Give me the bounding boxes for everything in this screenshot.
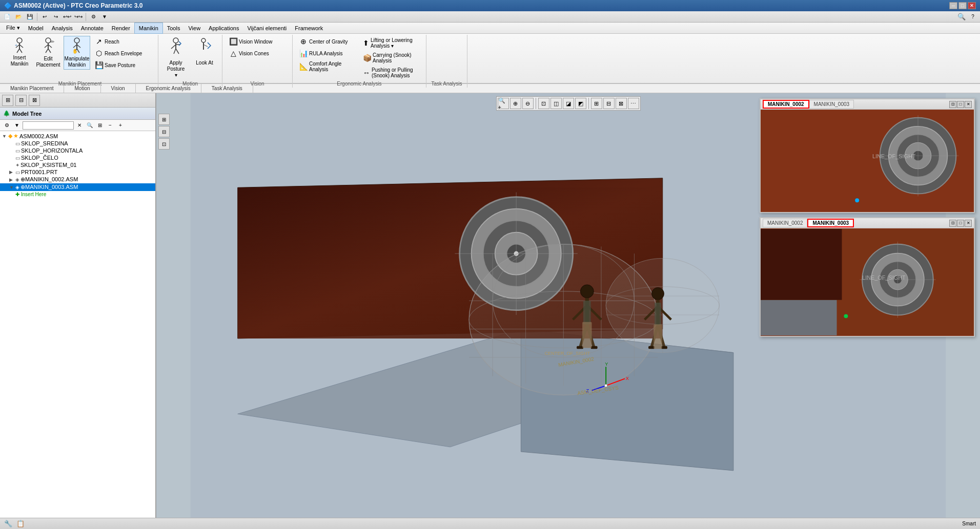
- manipulate-manikin-button[interactable]: ✋ ManipulateManikin: [64, 36, 90, 70]
- svg-rect-81: [654, 324, 662, 349]
- menu-applications[interactable]: Applications: [205, 23, 243, 34]
- more-vp-button[interactable]: ⋯: [628, 98, 639, 109]
- asm-icon-0003: ◈: [15, 184, 19, 190]
- tree-collapse-icon[interactable]: −: [106, 121, 115, 130]
- lifting-button[interactable]: ⬆ Lifting or Lowering Analysis ▾: [360, 36, 422, 50]
- tree-item-sklop-celo[interactable]: ▭ SKLOP_ČELO: [0, 154, 155, 161]
- statusbar-icon-1[interactable]: 🔧: [4, 520, 12, 527]
- tree-header: 🌲 Model Tree: [0, 108, 155, 120]
- undo-2-button[interactable]: ↩↩: [62, 12, 72, 22]
- vision-cones-button[interactable]: △ Vision Cones: [227, 48, 288, 59]
- insert-manikin-button[interactable]: + InsertManikin: [6, 36, 33, 69]
- tree-search-icon[interactable]: 🔍: [85, 121, 94, 130]
- insert-manikin-icon: +: [12, 37, 27, 54]
- render-mode-button[interactable]: ⊟: [603, 98, 615, 109]
- menu-annotate[interactable]: Annotate: [77, 23, 108, 34]
- rula-icon: 📊: [299, 49, 308, 57]
- reach-button[interactable]: ↗ Reach: [92, 36, 154, 47]
- apply-posture-button[interactable]: ApplyPosture ▾: [162, 36, 189, 80]
- statusbar-icon-2[interactable]: 📋: [16, 520, 25, 527]
- panel-icon-2[interactable]: ⊟: [15, 95, 27, 106]
- perspective-button[interactable]: ◫: [550, 98, 562, 109]
- tree-item-manikin-0002[interactable]: ▶ ◈ ⊕MANIKIN_0002.ASM: [0, 176, 155, 183]
- titlebar-left: 🔷 ASM0002 (Active) - PTC Creo Parametric…: [4, 2, 142, 9]
- menu-analysis[interactable]: Analysis: [48, 23, 77, 34]
- ribbon-group-motion: ApplyPosture ▾ Look At Motion: [158, 35, 222, 88]
- more-button[interactable]: ▼: [99, 12, 110, 22]
- vision-cones-label: Vision Cones: [239, 51, 269, 56]
- save-posture-button[interactable]: 💾 Save Posture: [92, 59, 154, 71]
- menu-view[interactable]: View: [184, 23, 205, 34]
- comfort-angle-button[interactable]: 📐 Comfort Angle Analysis: [297, 59, 358, 74]
- rula-analysis-button[interactable]: 📊 RULA Analysis: [297, 48, 358, 59]
- vw1-restore-button[interactable]: ⊡: [949, 101, 956, 108]
- settings-button[interactable]: ⚙: [88, 12, 98, 22]
- maximize-button[interactable]: □: [958, 2, 967, 9]
- save-button[interactable]: 💾: [25, 12, 35, 22]
- panel-icon-1[interactable]: ⊞: [2, 95, 13, 106]
- panel-icon-3[interactable]: ⊠: [29, 95, 40, 106]
- tree-add-icon[interactable]: +: [116, 121, 125, 130]
- minimize-button[interactable]: ─: [949, 2, 957, 9]
- tree-item-prt0001[interactable]: ▶ ▭ PRT0001.PRT: [0, 168, 155, 176]
- vw2-tab-manikin-0002[interactable]: MANIKIN_0002: [763, 219, 807, 227]
- menu-tools[interactable]: Tools: [163, 23, 185, 34]
- tree-item-sklop-ksistem[interactable]: ✦ SKLOP_KSISTEM_01: [0, 161, 155, 168]
- tree-settings-icon[interactable]: ⚙: [2, 121, 11, 130]
- help-icon[interactable]: ?: [968, 12, 978, 22]
- tree-item-manikin-0003[interactable]: ▼ ◈ ⊕MANIKIN_0003.ASM: [0, 183, 155, 191]
- menu-vijcani[interactable]: Vijčani elementi: [243, 23, 291, 34]
- vw1-close-button[interactable]: ✕: [965, 101, 972, 108]
- vision-window-1-tabs: MANIKIN_0002 MANIKIN_0003: [763, 100, 854, 109]
- menu-render[interactable]: Render: [108, 23, 134, 34]
- new-button[interactable]: 📄: [2, 12, 12, 22]
- search-icon[interactable]: 🔍: [956, 12, 967, 22]
- vw2-close-button[interactable]: ✕: [965, 220, 972, 227]
- tree-expand-icon[interactable]: ⊞: [95, 121, 105, 130]
- expand-sklop-sredina: [9, 141, 14, 146]
- undo-button[interactable]: ↩: [39, 12, 50, 22]
- display-mode-button[interactable]: ⊞: [591, 98, 602, 109]
- vw2-tab-manikin-0003[interactable]: MANIKIN_0003: [807, 219, 854, 227]
- vw1-tab-manikin-0002[interactable]: MANIKIN_0002: [763, 100, 809, 109]
- carrying-button[interactable]: 📦 Carrying (Snook) Analysis: [360, 51, 422, 65]
- tree-item-sklop-sredina[interactable]: ▭ SKLOP_SREDINA: [0, 140, 155, 147]
- menu-manikin[interactable]: Manikin: [134, 23, 163, 34]
- vw2-restore-button[interactable]: ⊡: [949, 220, 956, 227]
- tree-search-input[interactable]: [23, 121, 74, 130]
- redo-2-button[interactable]: ↪↪: [73, 12, 84, 22]
- insert-here[interactable]: ✚ Insert Here: [0, 191, 155, 198]
- svg-point-62: [580, 285, 594, 298]
- edit-placement-button[interactable]: ✏ EditPlacement: [35, 36, 62, 70]
- svg-line-26: [176, 49, 179, 54]
- tree-clear-icon[interactable]: ✕: [75, 121, 84, 130]
- close-button[interactable]: ✕: [968, 2, 976, 9]
- titlebar-controls[interactable]: ─ □ ✕: [949, 2, 976, 9]
- tree-item-asm0002[interactable]: ▼ ◆ ★ ASM0002.ASM: [0, 132, 155, 140]
- vw1-tab-manikin-0003[interactable]: MANIKIN_0003: [809, 100, 854, 109]
- menu-framework[interactable]: Framework: [291, 23, 327, 34]
- menu-file[interactable]: File ▾: [2, 23, 24, 34]
- open-button[interactable]: 📂: [13, 12, 24, 22]
- menu-model[interactable]: Model: [24, 23, 48, 34]
- look-at-button[interactable]: Look At: [191, 36, 218, 68]
- vw2-maximize-button[interactable]: □: [957, 220, 964, 227]
- refit-button[interactable]: ⊡: [538, 98, 549, 109]
- svg-point-14: [74, 38, 79, 43]
- zoom-out-button[interactable]: ⊖: [522, 98, 534, 109]
- zoom-in-button[interactable]: 🔍+: [498, 98, 509, 109]
- zoom-in-2-button[interactable]: ⊕: [510, 98, 521, 109]
- tree-filter-icon[interactable]: ▼: [12, 121, 22, 130]
- highlight-button[interactable]: ⊠: [616, 98, 627, 109]
- reach-envelope-button[interactable]: ⬡ Reach Envelope: [92, 48, 154, 59]
- center-of-gravity-button[interactable]: ⊕ Center of Gravity: [297, 36, 358, 47]
- svg-line-10: [48, 45, 52, 48]
- wireframe-button[interactable]: ◩: [575, 98, 586, 109]
- svg-line-9: [45, 45, 48, 48]
- shaded-button[interactable]: ◪: [563, 98, 574, 109]
- tree-item-sklop-horizontala[interactable]: ▭ SKLOP_HORIZONTALA: [0, 147, 155, 154]
- pushing-button[interactable]: ↔ Pushing or Pulling (Snook) Analysis: [360, 66, 422, 80]
- redo-button[interactable]: ↪: [51, 12, 61, 22]
- vw1-maximize-button[interactable]: □: [957, 101, 964, 108]
- vision-window-button[interactable]: 🔲 Vision Window: [227, 36, 288, 47]
